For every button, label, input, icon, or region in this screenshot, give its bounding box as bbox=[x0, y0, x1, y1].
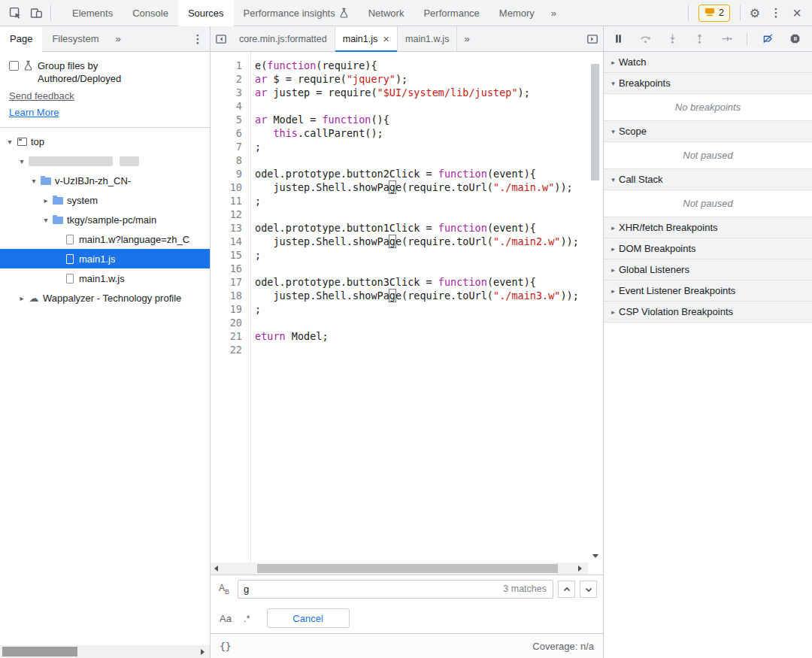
line-number[interactable]: 2 bbox=[211, 72, 250, 86]
code-text[interactable] bbox=[250, 262, 255, 275]
tree-item-wappalyzer-technology-profile[interactable]: ▸☁Wappalyzer - Technology profile bbox=[0, 288, 210, 308]
editor-tab-main1-w-js[interactable]: main1.w.js bbox=[398, 26, 457, 52]
sidebar-horizontal-scrollbar[interactable] bbox=[0, 645, 210, 658]
code-text[interactable] bbox=[250, 316, 255, 329]
tab-elements[interactable]: Elements bbox=[62, 0, 123, 26]
line-number[interactable]: 21 bbox=[211, 329, 250, 343]
editor-vertical-scrollbar[interactable] bbox=[591, 55, 601, 561]
next-match-button[interactable] bbox=[580, 581, 597, 598]
code-text[interactable]: ; bbox=[250, 248, 261, 262]
section-header-event-listener-breakpoints[interactable]: ▸Event Listener Breakpoints bbox=[604, 280, 812, 302]
code-text[interactable]: odel.prototype.button1Click = function(e… bbox=[250, 221, 536, 235]
section-header-call-stack[interactable]: ▾Call Stack bbox=[604, 169, 812, 190]
line-number[interactable]: 1 bbox=[211, 59, 250, 72]
line-number[interactable]: 9 bbox=[211, 167, 250, 180]
code-text[interactable]: odel.prototype.button3Click = function(e… bbox=[250, 275, 536, 289]
tree-item-v-uzibjn-zh-cn[interactable]: ▾v-UzIBJn-zh_CN- bbox=[0, 171, 210, 190]
code-text[interactable]: ; bbox=[250, 194, 261, 208]
group-files-checkbox[interactable] bbox=[9, 61, 19, 71]
section-header-dom-breakpoints[interactable]: ▸DOM Breakpoints bbox=[604, 238, 812, 259]
tab-performance[interactable]: Performance bbox=[414, 0, 489, 26]
step-button[interactable] bbox=[720, 32, 733, 46]
step-out-button[interactable] bbox=[692, 32, 706, 46]
section-header-global-listeners[interactable]: ▸Global Listeners bbox=[604, 259, 812, 280]
device-toolbar-button[interactable] bbox=[26, 2, 47, 23]
section-header-xhr-fetch-breakpoints[interactable]: ▸XHR/fetch Breakpoints bbox=[604, 217, 812, 238]
tab-performance-insights[interactable]: Performance insights bbox=[234, 0, 359, 26]
more-navigator-tabs-button[interactable]: » bbox=[109, 33, 128, 44]
line-number[interactable]: 17 bbox=[211, 275, 250, 289]
show-debugger-panel-button[interactable] bbox=[582, 29, 603, 50]
tab-console[interactable]: Console bbox=[123, 0, 178, 26]
inspect-element-button[interactable] bbox=[5, 2, 26, 23]
scrollbar-thumb[interactable] bbox=[257, 564, 558, 573]
editor-tab-core-min-js-formatted[interactable]: core.min.js:formatted bbox=[232, 26, 335, 52]
tab-network[interactable]: Network bbox=[359, 0, 414, 26]
issues-badge[interactable]: 2 bbox=[698, 5, 730, 22]
code-text[interactable] bbox=[250, 343, 255, 356]
pause-script-button[interactable] bbox=[611, 32, 625, 46]
code-text[interactable]: ar Model = function(){ bbox=[250, 113, 389, 126]
chevron-down-icon[interactable]: ▾ bbox=[5, 138, 15, 146]
chevron-right-icon[interactable]: ▸ bbox=[41, 196, 51, 205]
line-number[interactable]: 3 bbox=[211, 86, 250, 99]
code-text[interactable]: this.callParent(); bbox=[250, 126, 383, 140]
line-number[interactable]: 7 bbox=[211, 140, 250, 153]
code-text[interactable]: justep.Shell.showPage(require.toUrl("./m… bbox=[250, 289, 579, 302]
section-header-watch[interactable]: ▸Watch bbox=[604, 52, 812, 73]
code-text[interactable]: e(function(require){ bbox=[250, 59, 377, 72]
code-text[interactable]: eturn Model; bbox=[250, 329, 329, 343]
line-number[interactable]: 15 bbox=[211, 248, 250, 262]
line-number[interactable]: 4 bbox=[211, 99, 250, 113]
scrollbar-down-arrow[interactable] bbox=[591, 550, 600, 561]
tab-memory[interactable]: Memory bbox=[489, 0, 544, 26]
learn-more-link[interactable]: Learn More bbox=[9, 107, 59, 118]
step-into-button[interactable] bbox=[665, 32, 679, 46]
code-text[interactable] bbox=[250, 153, 255, 167]
send-feedback-link[interactable]: Send feedback bbox=[9, 90, 74, 102]
line-number[interactable]: 20 bbox=[211, 316, 250, 329]
chevron-down-icon[interactable]: ▾ bbox=[41, 216, 51, 224]
line-number[interactable]: 10 bbox=[211, 180, 250, 194]
pause-on-exceptions-button[interactable] bbox=[788, 32, 801, 46]
tree-item-redacted[interactable]: ▾ bbox=[0, 151, 210, 171]
code-text[interactable]: odel.prototype.button2Click = function(e… bbox=[250, 167, 536, 180]
code-text[interactable]: ar justep = require("$UI/system/lib/just… bbox=[250, 86, 530, 99]
chevron-right-icon[interactable]: ▸ bbox=[17, 294, 27, 302]
code-text[interactable] bbox=[250, 99, 255, 113]
close-tab-icon[interactable]: × bbox=[383, 33, 389, 44]
code-text[interactable]: justep.Shell.showPage(require.toUrl("./m… bbox=[250, 235, 579, 248]
cancel-button[interactable]: Cancel bbox=[267, 608, 350, 628]
line-number[interactable]: 12 bbox=[211, 208, 250, 221]
line-number[interactable]: 18 bbox=[211, 289, 250, 302]
more-options-kebab-icon[interactable]: ⋮ bbox=[765, 2, 786, 23]
deactivate-breakpoints-button[interactable] bbox=[761, 32, 774, 46]
pretty-print-button[interactable]: {} bbox=[220, 641, 232, 652]
chevron-down-icon[interactable]: ▾ bbox=[29, 177, 39, 185]
tree-item-tkgy-sample-pc-main[interactable]: ▾tkgy/sample-pc/main bbox=[0, 210, 210, 229]
step-over-button[interactable] bbox=[638, 32, 652, 46]
line-number[interactable]: 8 bbox=[211, 153, 250, 167]
line-number[interactable]: 16 bbox=[211, 262, 250, 275]
line-number[interactable]: 13 bbox=[211, 221, 250, 235]
tree-item-system[interactable]: ▸system bbox=[0, 190, 210, 210]
more-editor-tabs-button[interactable]: » bbox=[457, 33, 476, 44]
scrollbar-thumb[interactable] bbox=[2, 647, 77, 656]
previous-match-button[interactable] bbox=[558, 581, 575, 598]
replace-toggle-icon[interactable]: A B bbox=[217, 582, 233, 597]
tree-item-top[interactable]: ▾top bbox=[0, 132, 210, 151]
section-header-breakpoints[interactable]: ▾Breakpoints bbox=[604, 73, 812, 94]
scrollbar-right-arrow[interactable] bbox=[578, 566, 582, 572]
editor-horizontal-scrollbar[interactable] bbox=[211, 562, 603, 575]
match-case-toggle[interactable]: Aa bbox=[220, 613, 232, 624]
tree-item-main1-w-language-zh-c[interactable]: main1.w?language=zh_C bbox=[0, 229, 210, 249]
line-number[interactable]: 22 bbox=[211, 343, 250, 356]
tree-item-main1-w-js[interactable]: main1.w.js bbox=[0, 268, 210, 288]
scrollbar-left-arrow[interactable] bbox=[214, 566, 218, 572]
code-text[interactable]: ar $ = require("jquery"); bbox=[250, 72, 408, 86]
line-number[interactable]: 5 bbox=[211, 113, 250, 126]
close-devtools-button[interactable]: × bbox=[786, 2, 807, 23]
tree-item-main1-js[interactable]: main1.js bbox=[0, 249, 210, 268]
section-header-csp-violation-breakpoints[interactable]: ▸CSP Violation Breakpoints bbox=[604, 302, 812, 323]
navigator-tab-page[interactable]: Page bbox=[0, 26, 42, 52]
